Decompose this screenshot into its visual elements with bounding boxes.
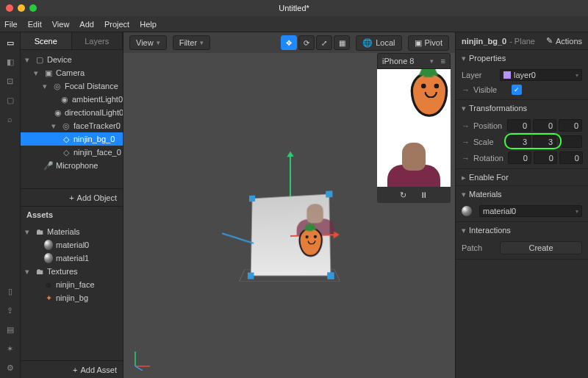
section-title: Materials	[469, 190, 502, 199]
inspector-panel: ninjin_bg_0 - Plane ✎Actions ▾Properties…	[456, 32, 588, 378]
rotate-tool[interactable]: ⟳	[298, 35, 315, 50]
asset-folder-textures[interactable]: ▾🖿Textures	[21, 265, 123, 278]
position-y-input[interactable]: 0	[533, 119, 556, 132]
resize-handle[interactable]	[247, 272, 254, 279]
close-window-button[interactable]	[6, 4, 13, 12]
asset-ninjin-bg[interactable]: ✦ninjin_bg	[21, 291, 123, 304]
tree-row-focal[interactable]: ▾◎Focal Distance	[21, 79, 123, 93]
position-x-input[interactable]: 0	[507, 119, 531, 132]
svg-line-2	[135, 366, 143, 371]
tree-row-camera[interactable]: ▾▣Camera	[21, 66, 123, 79]
section-header-transformations[interactable]: ▾Transformations	[456, 100, 588, 116]
rotation-y-input[interactable]: 0	[534, 151, 557, 164]
resize-handle[interactable]	[326, 190, 332, 197]
section-properties: ▾Properties Layer layer0▾ → Visible ✓	[456, 50, 588, 100]
rect-tool-icon[interactable]: ▢	[4, 94, 16, 106]
library-icon[interactable]: ▤	[4, 324, 16, 335]
tree-row-ninjin-face[interactable]: ◇ninjin_face_0	[21, 146, 123, 159]
transform-tools: ✥ ⟳ ⤢ ▦	[281, 35, 350, 50]
menu-add[interactable]: Add	[79, 20, 94, 29]
asset-ninjin-face[interactable]: ☻ninjin_face	[21, 278, 123, 291]
asset-folder-materials[interactable]: ▾🖿Materials	[21, 225, 123, 238]
menu-file[interactable]: File	[4, 20, 18, 29]
section-header-properties[interactable]: ▾Properties	[456, 50, 588, 66]
link-arrow-icon[interactable]: →	[462, 85, 469, 94]
tab-scene[interactable]: Scene	[21, 32, 72, 49]
scale-x-input[interactable]: 3	[507, 135, 531, 148]
asset-material1[interactable]: material1	[21, 252, 123, 265]
scale-tool[interactable]: ⤢	[316, 35, 332, 50]
preview-device-select[interactable]: iPhone 8 ▾ ≡	[377, 53, 451, 69]
inspector-actions[interactable]: ✎Actions	[546, 36, 582, 46]
rotation-x-input[interactable]: 0	[508, 151, 531, 164]
scale-y-input[interactable]: 3	[533, 135, 556, 148]
tree-row-facetracker[interactable]: ▾◎faceTracker0	[21, 119, 123, 132]
search-tool-icon[interactable]: ⌕	[4, 113, 16, 125]
rotation-z-input[interactable]: 0	[559, 151, 583, 164]
section-header-materials[interactable]: ▾Materials	[456, 186, 588, 202]
position-z-input[interactable]: 0	[559, 119, 582, 132]
filter-dropdown[interactable]: Filter▾	[173, 35, 210, 50]
link-arrow-icon[interactable]: →	[462, 154, 469, 163]
cube-tool-icon[interactable]: ◧	[4, 56, 16, 68]
menu-view[interactable]: View	[52, 20, 70, 29]
add-asset-button[interactable]: +Add Asset	[21, 360, 123, 378]
world-local-toggle[interactable]: 🌐Local	[356, 35, 401, 51]
plus-icon: +	[69, 193, 74, 202]
tree-row-device[interactable]: ▾▢Device	[21, 53, 123, 66]
add-object-button[interactable]: +Add Object	[21, 188, 123, 206]
tab-layers[interactable]: Layers	[72, 32, 123, 49]
preview-controls: ↻ ⏸	[377, 187, 451, 203]
section-transformations: ▾Transformations → Position 0 0 0 → Scal…	[456, 100, 588, 169]
settings-icon[interactable]: ⚙	[4, 362, 16, 374]
asset-label: ninjin_bg	[56, 293, 88, 302]
pause-icon[interactable]: ⏸	[420, 190, 428, 199]
link-arrow-icon[interactable]: →	[462, 138, 469, 146]
pivot-toggle[interactable]: ▣Pivot	[408, 35, 449, 51]
minimize-window-button[interactable]	[18, 4, 25, 12]
menu-help[interactable]: Help	[140, 20, 157, 29]
cursor-tool-icon[interactable]: ▭	[4, 37, 16, 49]
tree-row-microphone[interactable]: 🎤Microphone	[21, 159, 123, 172]
scale-z-input[interactable]	[559, 135, 582, 148]
material-icon	[462, 206, 472, 216]
visible-checkbox[interactable]: ✓	[512, 85, 522, 95]
material-slot[interactable]: material0▾	[462, 205, 582, 217]
link-arrow-icon[interactable]: →	[462, 121, 469, 130]
axis-orientation-gizmo[interactable]	[131, 349, 153, 371]
section-interactions: ▾Interactions Patch Create	[456, 222, 588, 260]
asset-label: material1	[56, 254, 89, 263]
resize-handle[interactable]	[248, 195, 254, 202]
move-tool[interactable]: ✥	[281, 35, 297, 50]
hamburger-icon[interactable]: ≡	[441, 57, 445, 65]
material-dropdown[interactable]: material0▾	[479, 205, 582, 217]
scene-tree[interactable]: ▾▢Device ▾▣Camera ▾◎Focal Distance ◉ambi…	[21, 50, 123, 188]
null-tool-icon[interactable]: ⊡	[4, 75, 16, 87]
tree-row-directional[interactable]: ◉directionalLight0	[21, 106, 123, 119]
test-icon[interactable]: ✶	[4, 343, 16, 354]
section-header-interactions[interactable]: ▾Interactions	[456, 222, 588, 238]
prop-position: → Position 0 0 0	[462, 119, 582, 132]
tree-label: Camera	[56, 68, 85, 77]
menu-edit[interactable]: Edit	[28, 20, 42, 29]
export-icon[interactable]: ⇪	[4, 304, 16, 316]
snap-tool[interactable]: ▦	[334, 35, 350, 50]
asset-material0[interactable]: material0	[21, 238, 123, 252]
selected-plane[interactable]	[250, 193, 331, 276]
gizmo-z-axis[interactable]	[221, 232, 253, 243]
phone-icon[interactable]: ▯	[4, 285, 16, 297]
tree-row-ambient[interactable]: ◉ambientLight0	[21, 93, 123, 106]
assets-tree[interactable]: ▾🖿Materials material0 material1 ▾🖿Textur…	[21, 222, 123, 360]
layer-dropdown[interactable]: layer0▾	[500, 69, 582, 81]
section-header-enable-for[interactable]: ▸Enable For	[456, 169, 588, 185]
zoom-window-button[interactable]	[29, 4, 37, 12]
viewport-3d[interactable]: iPhone 8 ▾ ≡ ↻ ⏸	[123, 53, 455, 378]
section-title: Interactions	[469, 226, 511, 235]
menu-project[interactable]: Project	[104, 20, 129, 29]
create-patch-button[interactable]: Create	[500, 241, 582, 254]
gizmo-y-axis[interactable]	[290, 155, 291, 196]
tree-row-ninjin-bg[interactable]: ◇ninjin_bg_0	[21, 132, 123, 146]
resize-handle[interactable]	[327, 272, 334, 279]
refresh-icon[interactable]: ↻	[400, 190, 406, 200]
view-dropdown[interactable]: View▾	[129, 35, 167, 50]
